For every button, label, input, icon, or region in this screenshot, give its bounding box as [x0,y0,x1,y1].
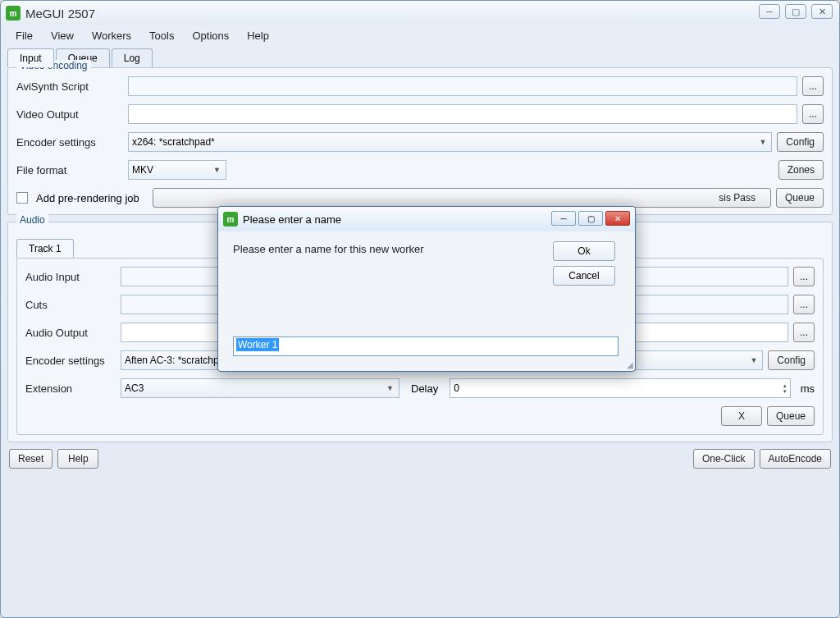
file-format-label: File format [16,164,123,176]
tab-input[interactable]: Input [7,48,54,67]
close-button[interactable]: ✕ [811,4,833,19]
maximize-button[interactable]: ▢ [785,4,806,19]
delay-unit: ms [796,382,815,395]
dialog-maximize-button[interactable]: ▢ [578,211,603,226]
menu-options[interactable]: Options [184,27,237,44]
avisynth-input[interactable] [128,76,797,96]
menu-help[interactable]: Help [239,27,277,44]
audio-encoder-label: Encoder settings [25,355,116,366]
dialog-titlebar[interactable]: m Please enter a name ─ ▢ ✕ [218,207,635,231]
autoencode-button[interactable]: AutoEncode [760,449,831,469]
resize-grip-icon[interactable]: ◢ [627,360,633,369]
app-icon: m [6,6,21,21]
window-title: MeGUI 2507 [25,7,95,21]
dialog-name-input[interactable]: Worker 1 [233,336,619,356]
video-output-label: Video Output [16,108,123,121]
titlebar[interactable]: m MeGUI 2507 ─ ▢ ✕ [1,1,839,25]
video-encoder-label: Encoder settings [16,136,123,149]
minimize-button[interactable]: ─ [759,4,780,19]
extension-combobox[interactable]: AC3 [121,378,399,398]
main-tabs: Input Queue Log [7,48,833,67]
video-encoding-group: Video encoding AviSynth Script ... Video… [7,67,833,215]
dialog-close-button[interactable]: ✕ [605,211,630,226]
analysis-pass-button[interactable]: sis Pass [153,188,771,208]
audio-legend: Audio [16,214,48,226]
cuts-browse-button[interactable]: ... [793,295,815,314]
oneclick-button[interactable]: One-Click [693,449,755,469]
menu-workers[interactable]: Workers [84,27,139,44]
avisynth-browse-button[interactable]: ... [802,76,824,96]
video-output-browse-button[interactable]: ... [802,104,824,124]
reset-button[interactable]: Reset [9,449,52,469]
menu-view[interactable]: View [43,27,82,44]
audio-output-label: Audio Output [25,327,116,339]
audio-output-browse-button[interactable]: ... [793,323,815,342]
delay-label: Delay [404,382,445,395]
audio-config-button[interactable]: Config [768,350,815,370]
video-config-button[interactable]: Config [777,132,824,152]
tab-log[interactable]: Log [112,48,153,67]
menu-file[interactable]: File [7,27,41,44]
zones-button[interactable]: Zones [778,160,824,180]
avisynth-label: AviSynth Script [16,80,123,93]
dialog-cancel-button[interactable]: Cancel [553,266,615,286]
dialog-title: Please enter a name [243,213,341,226]
dialog-ok-button[interactable]: Ok [553,241,615,261]
file-format-combobox[interactable]: MKV [128,160,226,180]
video-queue-button[interactable]: Queue [776,188,824,208]
name-dialog: m Please enter a name ─ ▢ ✕ Please enter… [217,206,636,372]
bottom-bar: Reset Help One-Click AutoEncode [7,449,833,469]
video-encoder-combobox[interactable]: x264: *scratchpad* [128,132,772,152]
prerender-label: Add pre-rendering job [36,192,139,204]
audio-input-label: Audio Input [25,271,116,283]
dialog-app-icon: m [223,212,238,227]
prerender-checkbox[interactable] [16,192,28,204]
help-button[interactable]: Help [57,449,98,469]
audio-input-browse-button[interactable]: ... [793,267,815,286]
menu-tools[interactable]: Tools [141,27,182,44]
delay-spinner[interactable]: 0 [450,378,790,398]
audio-x-button[interactable]: X [721,406,762,426]
main-window: m MeGUI 2507 ─ ▢ ✕ File View Workers Too… [0,0,840,618]
cuts-label: Cuts [25,299,116,311]
tab-track1[interactable]: Track 1 [16,239,74,258]
extension-label: Extension [25,382,116,395]
audio-queue-button[interactable]: Queue [767,406,815,426]
menubar: File View Workers Tools Options Help [1,25,839,45]
dialog-minimize-button[interactable]: ─ [551,211,576,226]
video-output-input[interactable] [128,104,797,124]
